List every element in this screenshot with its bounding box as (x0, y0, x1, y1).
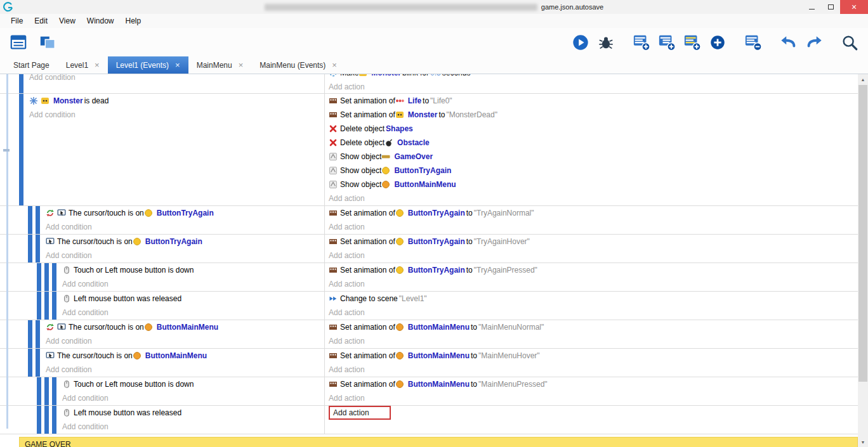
menu-help[interactable]: Help (120, 15, 147, 27)
action[interactable]: Delete object Obstacle (329, 136, 858, 150)
action[interactable]: Set animation of ButtonMainMenu to "Main… (329, 320, 858, 334)
menu-edit[interactable]: Edit (29, 15, 53, 27)
collapse-toggle[interactable] (3, 149, 10, 152)
condition[interactable]: The cursor/touch is on ButtonTryAgain (46, 235, 204, 249)
animation-icon (329, 266, 338, 275)
add-condition-link[interactable]: Add condition (46, 220, 215, 234)
vertical-scrollbar[interactable]: ▲ ▼ (858, 74, 868, 447)
debug-icon (597, 34, 615, 51)
button-yellow-icon (144, 209, 153, 217)
action[interactable]: Show object ButtonMainMenu (329, 178, 858, 191)
text-label: The cursor/touch is on (57, 237, 133, 246)
tab-start-page[interactable]: Start Page (5, 56, 58, 74)
add-action-link[interactable]: Add action (329, 406, 391, 420)
scrollbar-thumb[interactable] (858, 85, 867, 382)
add-action-link[interactable]: Add action (329, 308, 365, 317)
add-circle-button[interactable] (707, 32, 728, 53)
menu-file[interactable]: File (5, 15, 29, 27)
tab-mainmenu-events[interactable]: MainMenu (Events)× (251, 56, 345, 74)
button-orange-icon (133, 351, 141, 360)
tab-close-icon[interactable]: × (239, 61, 244, 69)
add-condition-link[interactable]: Add condition (62, 391, 194, 405)
condition[interactable]: The cursor/touch is on ButtonTryAgain (46, 206, 215, 220)
redo-button[interactable] (803, 32, 825, 53)
add-condition-link[interactable]: Add condition (46, 334, 220, 348)
search-button[interactable] (839, 32, 860, 53)
action[interactable]: Show object ButtonTryAgain (329, 164, 858, 178)
collapse-event-button[interactable] (742, 32, 764, 53)
add-condition-link[interactable]: Add condition (62, 420, 181, 434)
add-condition-link[interactable]: Add condition (46, 249, 204, 262)
add-event-button[interactable] (631, 32, 652, 53)
condition[interactable]: Touch or Left mouse button is down (62, 377, 194, 391)
actions-cell: Add action (325, 406, 858, 434)
add-action-link[interactable]: Add action (329, 194, 365, 203)
add-action-link[interactable]: Add action (329, 337, 365, 346)
undo-button[interactable] (778, 32, 799, 53)
action[interactable]: Set animation of Monster to "MonsterDead… (329, 108, 858, 122)
play-button[interactable] (570, 32, 591, 53)
scene-editors-button[interactable] (37, 32, 58, 53)
condition[interactable]: Left mouse button was released (62, 292, 181, 306)
condition[interactable]: Monster is dead (29, 94, 109, 108)
button-yellow-icon (381, 166, 390, 175)
maximize-button[interactable] (821, 0, 840, 14)
tab-close-icon[interactable]: × (175, 61, 180, 69)
comment-event[interactable]: GAME OVER (19, 437, 858, 447)
action[interactable]: Make Monster blink for 0.5 seconds (329, 74, 858, 80)
condition[interactable]: Left mouse button was released (62, 406, 181, 420)
add-condition-link[interactable]: Add condition (29, 74, 76, 84)
tab-level1[interactable]: Level1× (58, 56, 108, 74)
tab-close-icon[interactable]: × (332, 61, 337, 69)
add-action-link[interactable]: Add action (329, 82, 365, 91)
add-condition-link[interactable]: Add condition (29, 108, 109, 122)
add-action-link[interactable]: Add action (329, 394, 365, 403)
add-condition-link[interactable]: Add condition (62, 277, 194, 291)
add-action-row: Add action (329, 306, 858, 320)
text-label: The cursor/touch is on (69, 209, 144, 217)
add-subevent-button[interactable] (656, 32, 678, 53)
condition[interactable]: The cursor/touch is on ButtonMainMenu (46, 320, 220, 334)
action[interactable]: Show object GameOver (329, 150, 858, 164)
menu-view[interactable]: View (53, 15, 81, 27)
actions-body: Add action (329, 406, 858, 420)
action[interactable]: Set animation of ButtonTryAgain to "TryA… (329, 206, 858, 220)
text-label: Set animation of (340, 266, 395, 275)
add-comment-button[interactable] (681, 32, 703, 53)
menu-window[interactable]: Window (81, 15, 120, 27)
add-action-link[interactable]: Add action (329, 223, 365, 231)
debug-button[interactable] (595, 32, 617, 53)
scroll-down-icon[interactable]: ▼ (858, 437, 868, 447)
action[interactable]: Set animation of ButtonMainMenu to "Main… (329, 349, 858, 363)
tab-close-icon[interactable]: × (95, 61, 100, 69)
condition[interactable]: The cursor/touch is on ButtonMainMenu (46, 349, 208, 363)
action[interactable]: Set animation of ButtonMainMenu to "Main… (329, 377, 858, 391)
scene-editors-icon (39, 34, 56, 51)
add-action-link[interactable]: Add action (329, 251, 365, 260)
title-bar: game.json.autosave × (0, 0, 868, 14)
add-action-link[interactable]: Add action (329, 280, 365, 288)
add-condition-link[interactable]: Add condition (46, 363, 208, 377)
number-value: 0.5 (430, 74, 441, 77)
tab-mainmenu[interactable]: MainMenu× (188, 56, 252, 74)
action[interactable]: Delete object Shapes (329, 122, 858, 136)
add-event-icon (633, 34, 650, 51)
project-manager-button[interactable] (8, 32, 29, 53)
minimize-button[interactable] (802, 0, 821, 14)
scroll-up-icon[interactable]: ▲ (858, 74, 868, 84)
add-circle-icon (709, 34, 727, 51)
add-action-link[interactable]: Add action (329, 365, 365, 374)
condition[interactable]: Touch or Left mouse button is down (62, 263, 194, 277)
action[interactable]: Set animation of ButtonTryAgain to "TryA… (329, 263, 858, 277)
add-condition-link[interactable]: Add condition (62, 306, 181, 320)
action[interactable]: Change to scene "Level1" (329, 292, 858, 306)
refresh-icon (46, 323, 55, 332)
action[interactable]: Set animation of Life to "Life0" (329, 94, 858, 108)
conditions-cell: Add condition (0, 74, 325, 93)
tab-level1-events[interactable]: Level1 (Events)× (108, 56, 188, 74)
close-button[interactable]: × (840, 0, 868, 14)
action[interactable]: Set animation of ButtonTryAgain to "TryA… (329, 235, 858, 249)
menu-bar: File Edit View Window Help (0, 14, 868, 28)
actions-body: Set animation of ButtonMainMenu to "Main… (329, 320, 858, 348)
event-row: Touch or Left mouse button is downAdd co… (0, 263, 858, 292)
